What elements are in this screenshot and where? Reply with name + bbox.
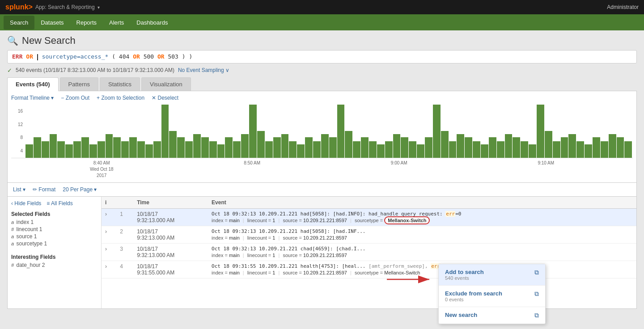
popup-exclude-from-search[interactable]: Exclude from search 0 events ⧉: [439, 286, 545, 307]
row-time-4: 10/18/179:31:55.000 AM: [133, 261, 208, 278]
row-num-1: 1: [116, 208, 133, 226]
popup-new-search[interactable]: New search ⧉: [439, 307, 545, 313]
field-count-linecount: 1: [39, 226, 42, 232]
nav-reports[interactable]: Reports: [70, 16, 103, 30]
chart-bar: [457, 134, 464, 157]
row-time-2: 10/18/179:32:13.000 AM: [133, 226, 208, 243]
deselect-btn[interactable]: ✕ Deselect: [152, 95, 178, 101]
chart-bar: [521, 141, 528, 158]
table-row: › 4 10/18/179:31:55.000 AM Oct 18 09:31:…: [102, 261, 636, 278]
sampling-link[interactable]: No Event Sampling ∨: [178, 67, 229, 73]
chart-bar: [193, 134, 201, 157]
cursor: [37, 54, 38, 60]
x-label-910: 9:10 AM: [538, 160, 554, 179]
list-btn[interactable]: List ▾: [13, 186, 25, 193]
arrow-indicator: [385, 273, 438, 287]
field-name-linecount: linecount: [16, 226, 38, 232]
row-icon-4[interactable]: ›: [102, 261, 116, 278]
format-btn[interactable]: ✏ Format: [33, 186, 55, 193]
field-index[interactable]: a index 1: [11, 219, 97, 225]
x-label-840: 8:40 AMWed Oct 182017: [90, 160, 114, 179]
kw-or1: OR: [26, 53, 33, 60]
chart-bar: [553, 141, 560, 158]
status-text: 540 events (10/18/17 8:32:13.000 AM to 1…: [16, 67, 174, 73]
popup-add-to-search[interactable]: Add to search 540 events ⧉: [439, 264, 545, 286]
row-num-4: 4: [116, 261, 133, 278]
kw-paren1: (: [112, 53, 119, 60]
row-icon-1[interactable]: ›: [102, 208, 116, 226]
nav-datasets[interactable]: Datasets: [34, 16, 70, 30]
nav-dashboards[interactable]: Dashboards: [130, 16, 174, 30]
popup-exclude-ext-icon[interactable]: ⧉: [534, 290, 539, 298]
row-time-1: 10/18/179:32:13.000 AM: [133, 208, 208, 226]
search-query[interactable]: ERR OR sourcetype=access_* ( 404 OR 500 …: [12, 53, 192, 60]
table-row: › 3 10/18/179:32:13.000 AM Oct 18 09:32:…: [102, 243, 636, 261]
chart-bar: [305, 137, 313, 157]
field-sourcetype[interactable]: a sourcetype 1: [11, 240, 97, 247]
kw-500: 500: [144, 53, 154, 60]
chart-bar: [576, 141, 584, 158]
chart-bar: [609, 134, 616, 157]
chart-bar: [585, 144, 592, 158]
chart-bar: [233, 141, 241, 158]
chart-bar: [97, 141, 105, 158]
search-bar[interactable]: ERR OR sourcetype=access_* ( 404 OR 500 …: [7, 50, 637, 63]
event-text-2: Oct 18 09:32:13 10.209.21.221 had[5058]:…: [212, 228, 633, 234]
tab-visualization[interactable]: Visualization: [141, 77, 191, 91]
chart-bar: [449, 141, 457, 158]
chart-bar: [42, 141, 49, 158]
sampling-chevron: ∨: [225, 67, 229, 73]
sourcetype-highlight[interactable]: Mellanox-Switch: [384, 216, 430, 224]
field-name-date-hour: date_hour: [16, 262, 40, 268]
y-label-16: 16: [11, 109, 25, 114]
kw-or2: OR: [133, 53, 140, 60]
page-title-text: New Search: [22, 35, 76, 46]
popup-add-ext-icon[interactable]: ⧉: [534, 269, 539, 276]
field-linecount[interactable]: # linecount 1: [11, 226, 97, 232]
popup-new-ext-icon[interactable]: ⧉: [534, 312, 539, 313]
chart-bar: [393, 134, 401, 157]
chart-bar: [568, 134, 576, 157]
chart-bar: [297, 144, 305, 158]
per-page-btn[interactable]: 20 Per Page ▾: [63, 186, 97, 193]
tab-statistics[interactable]: Statistics: [100, 77, 140, 91]
splunk-logo[interactable]: splunk>: [5, 3, 33, 11]
chart-bar: [73, 141, 81, 158]
chart-bar: [617, 137, 624, 157]
admin-label[interactable]: Administrator: [607, 4, 639, 10]
field-source[interactable]: a source 1: [11, 233, 97, 240]
popup-exclude-sub: 0 events: [445, 297, 502, 302]
table-row: › 1 10/18/179:32:13.000 AM Oct 18 09:32:…: [102, 208, 636, 226]
field-prefix-date-hour: #: [11, 262, 14, 268]
chart-bar: [513, 137, 520, 157]
tab-patterns[interactable]: Patterns: [60, 77, 98, 91]
row-icon-2[interactable]: ›: [102, 226, 116, 243]
event-text-3: Oct 18 09:32:13 10.209.21.221 chad[4659]…: [212, 246, 633, 252]
field-date-hour[interactable]: # date_hour 2: [11, 262, 97, 268]
chart-bar: [65, 144, 73, 158]
chart-bar: [145, 144, 153, 158]
nav-search[interactable]: Search: [4, 16, 34, 30]
chart-bar: [50, 134, 57, 157]
popup-add-sub: 540 events: [445, 275, 484, 281]
format-timeline-btn[interactable]: Format Timeline ▾: [11, 95, 54, 101]
field-name-sourcetype: sourcetype: [16, 240, 42, 247]
app-dropdown-icon[interactable]: ▾: [97, 5, 100, 10]
chart-bar: [113, 137, 121, 157]
tab-events[interactable]: Events (540): [7, 77, 59, 91]
row-event-1: Oct 18 09:32:13 10.209.21.221 had[5058]:…: [208, 208, 636, 226]
hide-fields-btn[interactable]: ‹ Hide Fields: [11, 200, 41, 207]
sidebar-header: ‹ Hide Fields ≡ All Fields: [11, 200, 97, 207]
nav-alerts[interactable]: Alerts: [103, 16, 130, 30]
zoom-selection-btn[interactable]: + Zoom to Selection: [97, 95, 144, 101]
row-time-3: 10/18/179:32:13.000 AM: [133, 243, 208, 261]
chart-bar: [225, 137, 233, 157]
chart-bar: [89, 144, 97, 158]
all-fields-btn[interactable]: ≡ All Fields: [47, 200, 72, 207]
chart-bar: [417, 144, 424, 158]
arrow-svg: [385, 273, 438, 286]
zoom-out-btn[interactable]: − Zoom Out: [61, 95, 89, 101]
row-icon-3[interactable]: ›: [102, 243, 116, 261]
col-expand: [116, 197, 133, 209]
row-event-3: Oct 18 09:32:13 10.209.21.221 chad[4659]…: [208, 243, 636, 261]
